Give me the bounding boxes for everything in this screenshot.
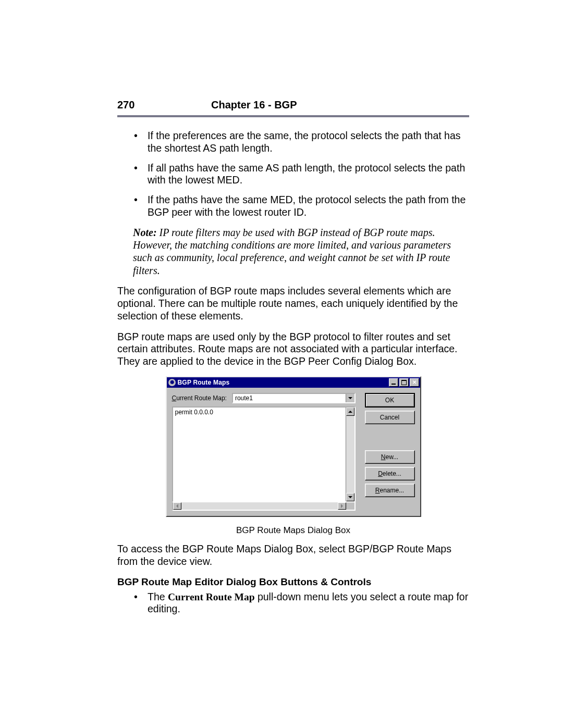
combo-value: route1: [233, 394, 346, 402]
bgp-route-maps-dialog: ✺ BGP Route Maps ✕ Current Route Map: ro…: [166, 376, 421, 517]
current-route-map-combo[interactable]: route1: [232, 393, 356, 403]
scroll-left-button[interactable]: [173, 502, 181, 510]
document-page: 270 Chapter 16 - BGP If the preferences …: [0, 0, 563, 728]
page-header: 270 Chapter 16 - BGP: [117, 99, 469, 111]
note-block: Note: IP route filters may be used with …: [133, 226, 469, 277]
scroll-corner: [346, 502, 354, 510]
text-pre: The: [148, 591, 168, 602]
chevron-up-icon: [348, 411, 352, 413]
note-label: Note:: [133, 227, 157, 238]
vertical-scrollbar[interactable]: [346, 408, 354, 501]
chevron-right-icon: [341, 504, 343, 508]
scroll-right-button[interactable]: [338, 502, 346, 510]
list-item: The Current Route Map pull-down menu let…: [134, 591, 469, 616]
scroll-up-button[interactable]: [346, 408, 354, 416]
new-button[interactable]: New...: [365, 450, 415, 464]
bullet-list-path-selection: If the preferences are the same, the pro…: [117, 130, 469, 219]
current-route-map-row: Current Route Map: route1: [172, 393, 356, 403]
list-item: If the preferences are the same, the pro…: [134, 130, 469, 155]
bullet-list-controls: The Current Route Map pull-down menu let…: [117, 591, 469, 616]
maximize-button[interactable]: [399, 378, 409, 387]
scroll-track[interactable]: [181, 502, 338, 510]
chevron-left-icon: [176, 504, 178, 508]
minimize-button[interactable]: [389, 378, 398, 387]
paragraph: The configuration of BGP route maps incl…: [117, 285, 469, 322]
list-item: If the paths have the same MED, the prot…: [134, 194, 469, 219]
chevron-down-icon: [348, 496, 352, 498]
figure-caption: BGP Route Maps Dialog Box: [117, 525, 469, 536]
dialog-left-column: Current Route Map: route1 permit 0.0.0.0: [172, 393, 356, 511]
list-item[interactable]: permit 0.0.0.0: [175, 409, 344, 416]
app-icon: ✺: [168, 379, 176, 386]
route-map-listbox[interactable]: permit 0.0.0.0: [172, 406, 356, 502]
note-text: IP route filters may be used with BGP in…: [133, 227, 451, 276]
page-number: 270: [117, 99, 211, 111]
rename-button[interactable]: Rename...: [365, 484, 415, 497]
list-content: permit 0.0.0.0: [173, 408, 346, 501]
figure-dialog: ✺ BGP Route Maps ✕ Current Route Map: ro…: [117, 376, 469, 517]
cancel-button[interactable]: Cancel: [365, 411, 415, 424]
paragraph: To access the BGP Route Maps Dialog Box,…: [117, 543, 469, 568]
chapter-title: Chapter 16 - BGP: [211, 99, 297, 111]
close-button[interactable]: ✕: [410, 378, 419, 387]
section-heading: BGP Route Map Editor Dialog Box Buttons …: [117, 576, 469, 588]
current-route-map-label: Current Route Map:: [172, 394, 227, 402]
dialog-titlebar[interactable]: ✺ BGP Route Maps ✕: [167, 377, 420, 388]
header-divider: [117, 115, 469, 117]
chevron-down-icon: [348, 397, 352, 399]
scroll-track[interactable]: [346, 416, 354, 493]
paragraph: BGP route maps are used only by the BGP …: [117, 331, 469, 368]
dialog-button-column: OK Cancel New... Delete... Rename...: [365, 393, 415, 511]
text-bold: Current Route Map: [168, 591, 254, 602]
ok-button[interactable]: OK: [365, 393, 415, 408]
spacer: [365, 427, 415, 450]
list-item: If all paths have the same AS path lengt…: [134, 162, 469, 187]
delete-button[interactable]: Delete...: [365, 467, 415, 480]
route-map-list-area: permit 0.0.0.0: [172, 406, 356, 511]
horizontal-scrollbar[interactable]: [172, 502, 356, 511]
dialog-title: BGP Route Maps: [178, 379, 389, 386]
window-controls: ✕: [389, 378, 419, 387]
dialog-body: Current Route Map: route1 permit 0.0.0.0: [167, 388, 420, 516]
scroll-down-button[interactable]: [346, 493, 354, 501]
combo-arrow-button[interactable]: [346, 394, 354, 402]
